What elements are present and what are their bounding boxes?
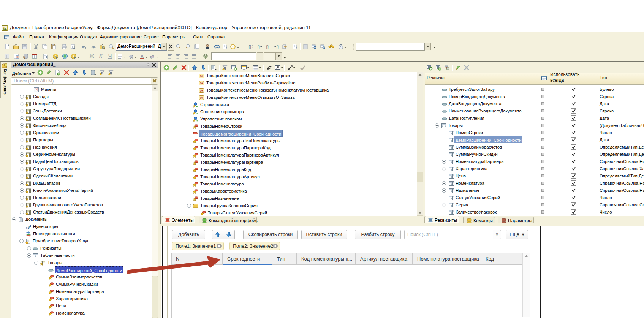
svg-text:ОК: ОК	[200, 82, 203, 84]
svg-text:ОК: ОК	[200, 74, 203, 77]
svg-text:А: А	[141, 54, 144, 59]
svg-text:4: 4	[30, 224, 32, 228]
svg-text:{}: {}	[248, 44, 252, 49]
svg-text:i: i	[233, 45, 234, 49]
svg-text:{}: {}	[257, 44, 260, 49]
svg-text:{}: {}	[266, 44, 269, 49]
svg-text:{}: {}	[276, 44, 279, 49]
svg-text:ОК: ОК	[200, 89, 203, 92]
svg-text:ОК: ОК	[200, 96, 203, 99]
